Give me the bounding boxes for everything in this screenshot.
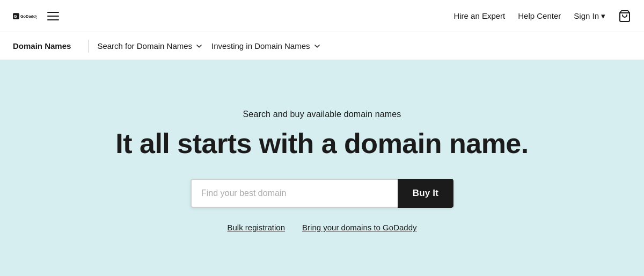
hamburger-line-2	[47, 16, 59, 17]
top-nav-right: Hire an Expert Help Center Sign In ▾	[453, 10, 631, 23]
cart-button[interactable]	[618, 10, 631, 23]
hero-section: Search and buy available domain names It…	[0, 60, 644, 276]
investing-dropdown-label: Investing in Domain Names	[211, 41, 310, 50]
hamburger-line-1	[47, 12, 59, 13]
domain-names-link[interactable]: Domain Names	[13, 41, 71, 50]
hero-links: Bulk registration Bring your domains to …	[227, 223, 416, 232]
sub-navigation: Domain Names Search for Domain Names Inv…	[0, 32, 644, 60]
svg-text:G: G	[13, 13, 17, 18]
sign-in-button[interactable]: Sign In ▾	[574, 11, 605, 21]
domain-search-bar: Buy It	[191, 179, 453, 208]
top-navigation: G GoDaddy Hire an Expert Help Center Sig…	[0, 0, 644, 32]
hire-expert-link[interactable]: Hire an Expert	[453, 11, 505, 20]
godaddy-logo-svg: G GoDaddy	[13, 8, 36, 25]
sign-in-label: Sign In	[574, 11, 599, 20]
svg-text:GoDaddy: GoDaddy	[20, 13, 36, 18]
search-dropdown-chevron-icon	[195, 42, 203, 50]
buy-it-button[interactable]: Buy It	[398, 179, 453, 208]
hamburger-line-3	[47, 19, 59, 20]
search-dropdown-button[interactable]: Search for Domain Names	[97, 41, 203, 50]
investing-dropdown-button[interactable]: Investing in Domain Names	[211, 41, 320, 50]
search-dropdown-label: Search for Domain Names	[97, 41, 192, 50]
godaddy-logo[interactable]: G GoDaddy	[13, 8, 36, 25]
help-center-link[interactable]: Help Center	[518, 11, 561, 20]
investing-dropdown-chevron-icon	[313, 42, 321, 50]
hero-title: It all starts with a domain name.	[115, 128, 528, 160]
cart-icon	[618, 10, 631, 23]
sub-nav-divider	[88, 40, 89, 53]
domain-search-input[interactable]	[191, 179, 398, 208]
hamburger-menu-button[interactable]	[45, 10, 61, 23]
bring-domains-link[interactable]: Bring your domains to GoDaddy	[302, 223, 416, 232]
sign-in-chevron-icon: ▾	[601, 11, 605, 21]
top-nav-left: G GoDaddy	[13, 8, 61, 25]
bulk-registration-link[interactable]: Bulk registration	[227, 223, 285, 232]
hero-subtitle: Search and buy available domain names	[243, 110, 401, 119]
